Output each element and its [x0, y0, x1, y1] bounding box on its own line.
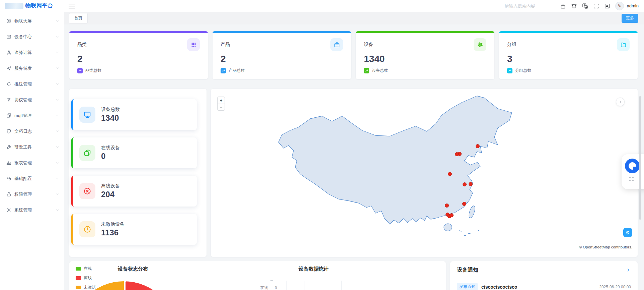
- offline-icon: [79, 183, 95, 199]
- forward-icon: [6, 66, 11, 71]
- legend-swatch: [76, 286, 81, 289]
- device-stat-在线设备: 在线设备0: [71, 137, 197, 168]
- theme-icon[interactable]: [571, 3, 577, 9]
- trend-icon: [507, 68, 512, 73]
- hamburger-menu-icon[interactable]: [69, 4, 75, 8]
- monitor-icon: [83, 111, 91, 119]
- device-marker[interactable]: [469, 182, 473, 186]
- device-marker[interactable]: [463, 202, 466, 206]
- tab-home[interactable]: 首页: [69, 13, 88, 23]
- device-marker[interactable]: [463, 183, 467, 186]
- summary-cards-row: 品类2品类总数产品2产品总数设备1340设备总数分组3分组总数: [69, 31, 638, 79]
- y-axis-tick: 0: [275, 286, 277, 290]
- stat-label: 未激活设备: [101, 221, 125, 227]
- y-axis-label: 在线: [260, 285, 268, 290]
- grid-icon: [187, 38, 200, 51]
- sidebar-item-label: 基础配置: [14, 176, 32, 182]
- sidebar-item-label: 设备中心: [14, 34, 32, 40]
- stat-value: 0: [101, 152, 120, 161]
- stat-label: 离线设备: [101, 183, 120, 189]
- map-settings-button[interactable]: ⚙: [623, 228, 632, 237]
- lock-icon[interactable]: [560, 3, 566, 9]
- report-icon: [6, 160, 11, 165]
- card-footer-label: 品类总数: [85, 68, 101, 73]
- trend-icon: [221, 68, 226, 73]
- browser-assistant-icon[interactable]: [625, 159, 640, 173]
- notice-row[interactable]: 发布通知ciscociscocisco2025-06-29 00:00: [457, 283, 631, 290]
- grid-icon: [190, 42, 197, 48]
- card-footer-label: 产品总数: [229, 68, 245, 73]
- notice-time: 2025-06-29 00:00: [599, 285, 631, 289]
- charts-card: 在线离线未激活禁用 设备状态分布 设备数据统计 在线 0: [69, 261, 446, 290]
- china-outline: [278, 96, 512, 224]
- link-icon: [83, 149, 91, 157]
- bell-icon: [6, 81, 11, 86]
- legend-item[interactable]: 未激活: [76, 285, 96, 290]
- sidebar-item-screen[interactable]: 物联大屏: [0, 13, 64, 29]
- more-button[interactable]: 更多: [622, 14, 638, 23]
- trend-icon: [365, 69, 369, 72]
- summary-card-品类: 品类2品类总数: [69, 31, 208, 79]
- chevron-right-icon[interactable]: [626, 268, 631, 273]
- stat-label: 设备总数: [101, 107, 120, 113]
- monitor-icon: [79, 107, 95, 123]
- language-icon[interactable]: [582, 3, 588, 9]
- sidebar-item-forward[interactable]: 服务转发: [0, 60, 64, 76]
- vertical-scrollbar[interactable]: [639, 96, 641, 220]
- legend-label: 离线: [84, 275, 92, 281]
- sidebar-item-label: 服务转发: [14, 65, 32, 71]
- device-marker[interactable]: [445, 204, 449, 208]
- sidebar-item-system[interactable]: 系统管理: [0, 202, 64, 218]
- china-map[interactable]: [263, 95, 515, 236]
- map-zoom-out-button[interactable]: −: [218, 104, 225, 110]
- sidebar-item-doclog[interactable]: 文档日志: [0, 123, 64, 139]
- sidebar-item-device[interactable]: 设备中心: [0, 29, 64, 45]
- device-marker[interactable]: [455, 153, 459, 156]
- hainan-island: [444, 224, 452, 231]
- collapse-panel-button[interactable]: [616, 98, 625, 106]
- sidebar-item-push[interactable]: 推送管理: [0, 76, 64, 92]
- chevron-down-icon: [56, 82, 59, 86]
- trend-icon: [222, 69, 225, 72]
- main-area: 首页 更多 品类2品类总数产品2产品总数设备1340设备总数分组3分组总数 设备…: [64, 12, 644, 290]
- sidebar-item-config[interactable]: 基础配置: [0, 171, 64, 186]
- search-input[interactable]: [505, 3, 555, 8]
- card-footer-label: 设备总数: [372, 68, 388, 73]
- chip-icon: [477, 42, 483, 48]
- sidebar-item-label: 边缘计算: [14, 50, 32, 56]
- edge-icon: [6, 50, 11, 55]
- map-attribution: © OpenStreetMap contributors.: [578, 245, 634, 249]
- device-stat-离线设备: 离线设备204: [71, 176, 197, 207]
- sidebar-item-devtool[interactable]: 研发工具: [0, 139, 64, 155]
- chevron-down-icon: [56, 51, 59, 54]
- chevron-down-icon: [56, 161, 59, 165]
- sidebar-item-label: 文档日志: [14, 128, 32, 134]
- sidebar-item-edge[interactable]: 边缘计算: [0, 45, 64, 60]
- trend-icon: [364, 68, 369, 73]
- fullscreen-icon[interactable]: [593, 3, 599, 9]
- sidebar-item-perm[interactable]: 权限管理: [0, 186, 64, 202]
- drag-handle-icon[interactable]: [629, 177, 635, 182]
- device-marker[interactable]: [448, 172, 452, 176]
- device-marker[interactable]: [450, 214, 454, 217]
- sidebar-item-report[interactable]: 报表管理: [0, 155, 64, 171]
- map-panel: + − © OpenStreetMap contributors. ⚙: [211, 89, 638, 257]
- notice-badge: 发布通知: [457, 283, 478, 290]
- top-header: 物联网平台 ✎ admin: [0, 0, 644, 12]
- mqtt-icon: [6, 113, 11, 118]
- card-footer-label: 分组总数: [515, 68, 531, 73]
- avatar[interactable]: ✎: [615, 2, 624, 10]
- map-zoom-in-button[interactable]: +: [218, 97, 225, 104]
- card-value: 1340: [364, 54, 486, 64]
- card-title: 设备: [364, 42, 373, 48]
- docs-icon[interactable]: [604, 3, 610, 9]
- config-icon: [6, 176, 11, 181]
- sidebar-item-mqtt[interactable]: mqtt管理: [0, 108, 64, 123]
- sidebar-item-protocol[interactable]: 协议管理: [0, 92, 64, 108]
- sidebar: 物联大屏设备中心边缘计算服务转发推送管理协议管理mqtt管理文档日志研发工具报表…: [0, 12, 64, 290]
- chevron-down-icon: [56, 35, 59, 39]
- map-zoom-control: + −: [217, 97, 225, 111]
- stat-value: 1340: [101, 113, 120, 123]
- device-marker[interactable]: [476, 144, 480, 148]
- legend-item[interactable]: 离线: [76, 275, 96, 281]
